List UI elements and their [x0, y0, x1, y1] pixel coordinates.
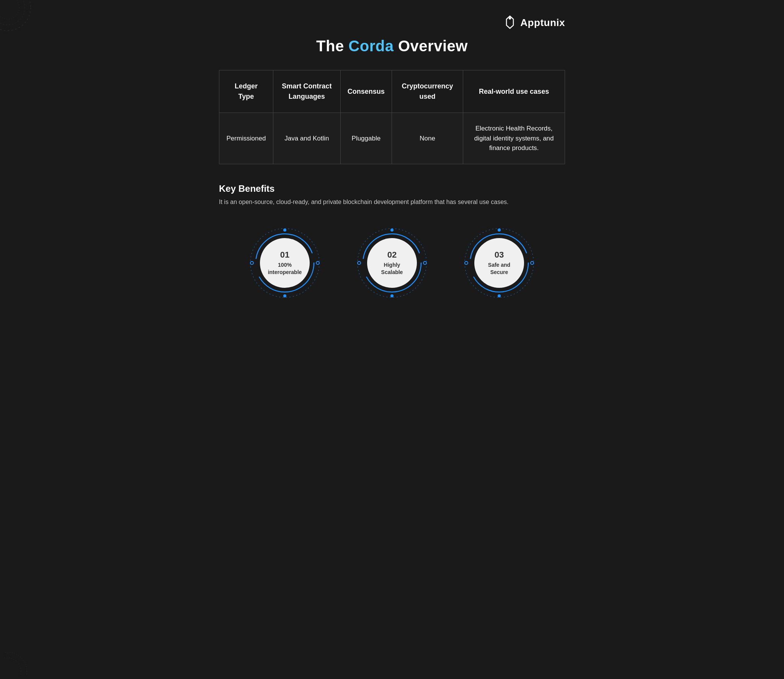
cell-ledger-type: Permissioned — [219, 113, 273, 164]
cell-crypto: None — [392, 113, 463, 164]
page-title: The Corda Overview — [219, 38, 565, 55]
svg-point-12 — [283, 294, 286, 297]
overview-table: Ledger Type Smart Contract Languages Con… — [219, 70, 565, 164]
logo-text: Apptunix — [520, 17, 565, 29]
cell-smart-contract: Java and Kotlin — [273, 113, 340, 164]
circle-outer-3: 03 Safe andSecure — [461, 225, 537, 301]
col-header-smart: Smart Contract Languages — [273, 70, 340, 113]
benefit-item-1: 01 100%interoperable — [247, 225, 323, 301]
table-row: Permissioned Java and Kotlin Pluggable N… — [219, 113, 565, 164]
svg-point-10 — [283, 229, 286, 232]
svg-point-13 — [250, 261, 253, 264]
circle-outer-2: 02 HighlyScalable — [354, 225, 430, 301]
benefit-label-3: Safe andSecure — [488, 261, 510, 275]
benefits-row: 01 100%interoperable — [219, 225, 565, 301]
circle-outer-1: 01 100%interoperable — [247, 225, 323, 301]
svg-point-25 — [465, 261, 468, 264]
benefit-label-2: HighlyScalable — [381, 261, 403, 275]
svg-point-11 — [316, 261, 319, 264]
logo: Apptunix — [503, 15, 565, 30]
col-header-realworld: Real-world use cases — [463, 70, 565, 113]
cell-consensus: Pluggable — [340, 113, 392, 164]
cell-realworld: Electronic Health Records, digital ident… — [463, 113, 565, 164]
logo-icon — [503, 15, 517, 30]
key-benefits-title: Key Benefits — [219, 183, 565, 194]
svg-point-19 — [358, 261, 361, 264]
col-header-ledger: Ledger Type — [219, 70, 273, 113]
header: Apptunix — [219, 15, 565, 30]
table-header-row: Ledger Type Smart Contract Languages Con… — [219, 70, 565, 113]
circle-inner-3: 03 Safe andSecure — [474, 238, 524, 288]
benefit-number-2: 02 — [387, 250, 397, 260]
col-header-crypto: Cryptocurrency used — [392, 70, 463, 113]
benefit-number-1: 01 — [280, 250, 289, 260]
svg-point-16 — [390, 229, 394, 232]
circle-inner-1: 01 100%interoperable — [260, 238, 310, 288]
key-benefits-section: Key Benefits It is an open-source, cloud… — [219, 183, 565, 301]
svg-point-18 — [390, 294, 394, 297]
benefit-label-1: 100%interoperable — [268, 261, 302, 275]
key-benefits-description: It is an open-source, cloud-ready, and p… — [219, 199, 565, 206]
svg-point-17 — [423, 261, 426, 264]
benefit-item-3: 03 Safe andSecure — [461, 225, 537, 301]
benefit-item-2: 02 HighlyScalable — [354, 225, 430, 301]
benefit-number-3: 03 — [495, 250, 504, 260]
title-suffix: Overview — [394, 38, 468, 54]
circle-inner-2: 02 HighlyScalable — [367, 238, 417, 288]
title-highlight: Corda — [348, 38, 394, 54]
col-header-consensus: Consensus — [340, 70, 392, 113]
svg-point-23 — [531, 261, 534, 264]
svg-point-22 — [498, 229, 501, 232]
title-prefix: The — [316, 38, 348, 54]
svg-point-7 — [509, 17, 511, 20]
svg-point-24 — [498, 294, 501, 297]
